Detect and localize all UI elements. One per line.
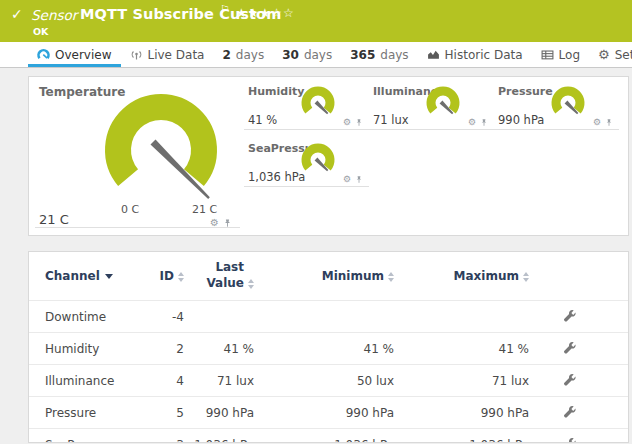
channel-settings-cell xyxy=(529,333,609,365)
last-value-cell: 990 hPa xyxy=(184,397,254,429)
tab-365-days[interactable]: 365 days xyxy=(341,42,417,67)
last-value-cell: 41 % xyxy=(184,333,254,365)
column-label: Maximum xyxy=(454,269,519,283)
channel-settings-cell xyxy=(529,301,609,333)
gauge-value: 21 C xyxy=(39,212,69,227)
minimum-cell: 50 lux xyxy=(254,365,394,397)
channel-table-panel: Channel ID Last Value Minimum xyxy=(28,251,629,443)
gauge-settings-gear-icon[interactable]: ⚙ xyxy=(468,118,476,127)
tab-label: days xyxy=(236,48,264,62)
seapressure-gauge-cell: SeaPressure 1,036 hPa ⚙ xyxy=(244,140,369,187)
minimum-cell: 990 hPa xyxy=(254,397,394,429)
column-header-minimum[interactable]: Minimum xyxy=(254,252,394,301)
table-row[interactable]: Illuminance 4 71 lux 50 lux 71 lux xyxy=(29,365,628,397)
column-label: Last xyxy=(215,260,244,274)
humidity-gauge-cell: Humidity 41 % ⚙ xyxy=(244,83,369,130)
tab-label: Overview xyxy=(55,48,112,62)
temperature-gauge-cell: Temperature 0 C 21 C 21 C ⚙ xyxy=(29,77,242,237)
table-row[interactable]: Pressure 5 990 hPa 990 hPa 990 hPa xyxy=(29,397,628,429)
channel-name-cell: Downtime xyxy=(29,301,139,333)
pressure-gauge-cell: Pressure 990 hPa ⚙ xyxy=(494,83,619,130)
minimum-cell: 41 % xyxy=(254,333,394,365)
minimum-cell xyxy=(254,301,394,333)
tab-label: Log xyxy=(559,48,580,62)
live-data-icon xyxy=(130,48,143,61)
temperature-gauge[interactable] xyxy=(91,86,231,208)
tab-30-days[interactable]: 30 days xyxy=(273,42,341,67)
content-area: Temperature 0 C 21 C 21 C ⚙ xyxy=(0,68,632,443)
illuminance-gauge[interactable] xyxy=(423,84,463,124)
table-row[interactable]: SeaPressure 3 1,036 hPa 1,036 hPa 1,036 … xyxy=(29,429,628,444)
tab-overview[interactable]: Overview xyxy=(28,42,121,67)
gauge-value: 71 lux xyxy=(373,113,409,127)
column-label: Minimum xyxy=(322,269,384,283)
wrench-icon[interactable] xyxy=(563,373,576,386)
gauge-value: 41 % xyxy=(248,113,277,127)
gauge-settings-gear-icon[interactable]: ⚙ xyxy=(343,118,351,127)
gauge-value: 990 hPa xyxy=(498,113,544,127)
column-label: Channel xyxy=(45,269,100,283)
pin-icon[interactable] xyxy=(355,118,363,127)
tab-log[interactable]: Log xyxy=(532,42,589,67)
column-label: ID xyxy=(160,269,174,283)
column-header-id[interactable]: ID xyxy=(139,252,184,301)
gauge-icon xyxy=(37,48,50,61)
tab-number: 365 xyxy=(350,48,375,62)
historic-chart-icon xyxy=(427,48,440,61)
channel-name-cell: SeaPressure xyxy=(29,429,139,444)
gauge-settings-gear-icon[interactable]: ⚙ xyxy=(343,175,351,184)
sort-caret-icon xyxy=(105,274,113,279)
tab-live-data[interactable]: Live Data xyxy=(121,42,214,67)
wrench-icon[interactable] xyxy=(563,309,576,322)
humidity-gauge[interactable] xyxy=(298,84,338,124)
channel-name-cell: Humidity xyxy=(29,333,139,365)
gauge-title: Humidity xyxy=(248,85,304,98)
log-icon xyxy=(541,48,554,61)
tab-label: Historic Data xyxy=(445,48,523,62)
pin-icon[interactable] xyxy=(480,118,488,127)
flag-icon[interactable]: ⚐ xyxy=(220,3,230,16)
tab-bar: Overview Live Data 2 days 30 days 365 da… xyxy=(0,42,632,68)
channel-name-cell: Illuminance xyxy=(29,365,139,397)
pin-icon[interactable] xyxy=(355,175,363,184)
wrench-icon[interactable] xyxy=(563,341,576,354)
column-header-channel[interactable]: Channel xyxy=(29,252,139,301)
channel-settings-cell xyxy=(529,397,609,429)
tab-label: Live Data xyxy=(148,48,205,62)
column-header-maximum[interactable]: Maximum xyxy=(394,252,529,301)
tab-label: days xyxy=(304,48,332,62)
tab-settings[interactable]: ⚙ Settings xyxy=(589,42,632,67)
sort-arrows-icon xyxy=(248,279,254,289)
object-kind-label: Sensor xyxy=(31,7,77,23)
sort-arrows-icon xyxy=(388,272,394,282)
gauge-settings-gear-icon[interactable]: ⚙ xyxy=(593,118,601,127)
maximum-cell: 990 hPa xyxy=(394,397,529,429)
column-header-last-value[interactable]: Last Value xyxy=(184,252,254,301)
channel-id-cell: 5 xyxy=(139,397,184,429)
last-value-cell: 71 lux xyxy=(184,365,254,397)
last-value-cell: 1,036 hPa xyxy=(184,429,254,444)
priority-stars[interactable]: ★★★☆☆ xyxy=(236,6,295,20)
sensor-status-header: ✓ Sensor MQTT Subscribe Custom ⚐ ★★★☆☆ O… xyxy=(0,0,632,42)
tab-label: Settings xyxy=(615,48,632,62)
tab-historic-data[interactable]: Historic Data xyxy=(418,42,532,67)
divider xyxy=(35,227,240,228)
channel-settings-cell xyxy=(529,365,609,397)
sort-arrows-icon xyxy=(178,272,184,282)
gauges-panel: Temperature 0 C 21 C 21 C ⚙ xyxy=(28,76,629,236)
wrench-icon[interactable] xyxy=(563,405,576,418)
table-row[interactable]: Downtime -4 xyxy=(29,301,628,333)
pressure-gauge[interactable] xyxy=(548,84,588,124)
gauge-title: Pressure xyxy=(498,85,553,98)
table-row[interactable]: Humidity 2 41 % 41 % 41 % xyxy=(29,333,628,365)
status-check-icon: ✓ xyxy=(11,6,23,22)
maximum-cell xyxy=(394,301,529,333)
pin-icon[interactable] xyxy=(605,118,613,127)
gauge-min-label: 0 C xyxy=(121,203,139,216)
tab-2-days[interactable]: 2 days xyxy=(213,42,273,67)
tab-number: 30 xyxy=(282,48,299,62)
gauge-max-label: 21 C xyxy=(192,203,217,216)
table-header-row: Channel ID Last Value Minimum xyxy=(29,252,628,301)
last-value-cell xyxy=(184,301,254,333)
wrench-icon[interactable] xyxy=(563,437,576,444)
